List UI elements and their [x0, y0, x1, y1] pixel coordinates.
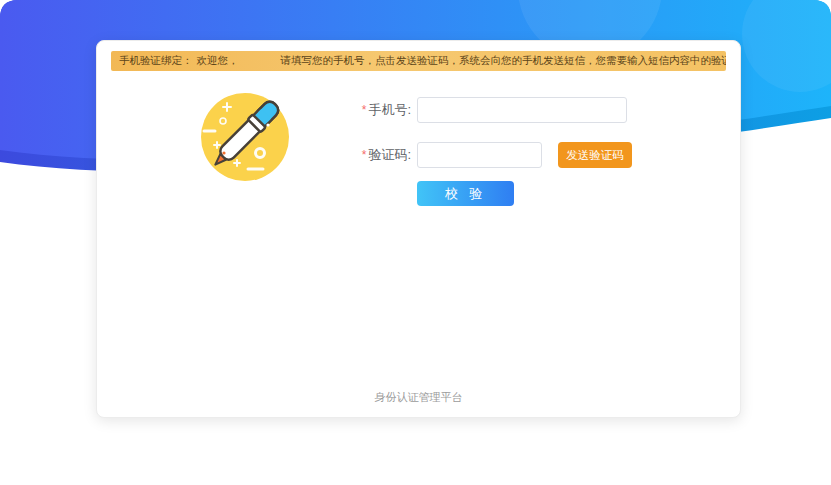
page-background: 手机验证绑定： 欢迎您， 请填写您的手机号，点击发送验证码，系统会向您的手机发送…: [0, 0, 831, 485]
platform-footer-label: 身份认证管理平台: [97, 390, 740, 405]
verification-card: 手机验证绑定： 欢迎您， 请填写您的手机号，点击发送验证码，系统会向您的手机发送…: [96, 40, 741, 418]
code-label: *验证码:: [333, 146, 417, 164]
banner-prefix: 手机验证绑定：: [119, 54, 193, 68]
code-row: *验证码:: [333, 142, 542, 168]
code-input[interactable]: [417, 142, 542, 168]
phone-input[interactable]: [417, 97, 627, 123]
marker-pen-illustration-icon: [197, 87, 293, 183]
required-mark: *: [362, 103, 367, 117]
phone-label: *手机号:: [333, 101, 417, 119]
send-code-button[interactable]: 发送验证码: [558, 142, 632, 168]
phone-row: *手机号:: [333, 97, 627, 123]
code-label-text: 验证码:: [368, 147, 411, 162]
notice-banner: 手机验证绑定： 欢迎您， 请填写您的手机号，点击发送验证码，系统会向您的手机发送…: [111, 51, 726, 71]
banner-welcome: 欢迎您，: [197, 54, 239, 68]
required-mark: *: [362, 148, 367, 162]
phone-label-text: 手机号:: [368, 102, 411, 117]
banner-instructions: 请填写您的手机号，点击发送验证码，系统会向您的手机发送短信，您需要输入短信内容中…: [281, 54, 727, 68]
verify-button[interactable]: 校 验: [417, 181, 514, 206]
